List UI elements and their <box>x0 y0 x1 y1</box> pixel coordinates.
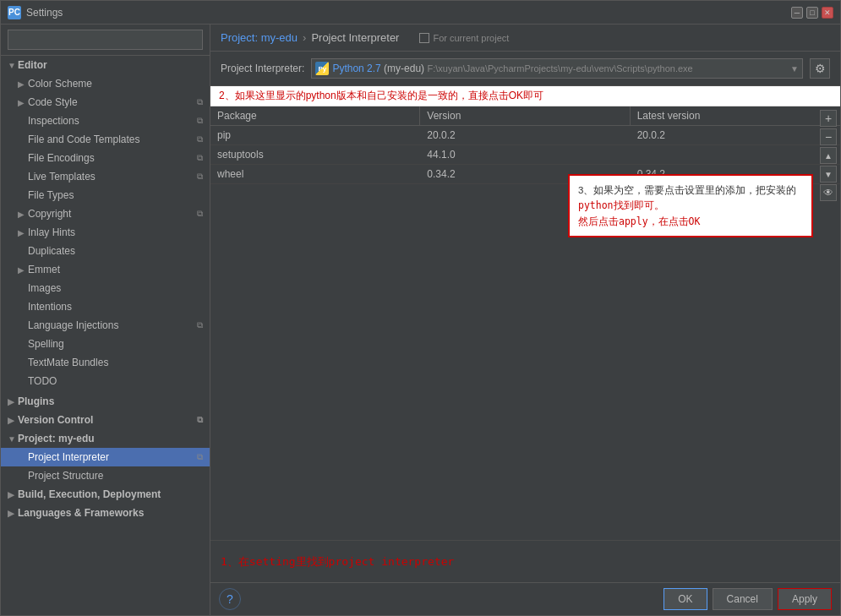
version-control-section[interactable]: ▶ Version Control ⧉ <box>1 411 210 429</box>
window-title: Settings <box>26 7 791 19</box>
sidebar-item-language-injections[interactable]: Language Injections ⧉ <box>1 316 210 335</box>
close-button[interactable]: ✕ <box>822 7 833 19</box>
no-arrow <box>18 303 28 312</box>
no-arrow <box>18 358 28 368</box>
expand-icon: ▶ <box>8 509 18 518</box>
chevron-right-icon: ▶ <box>18 98 28 107</box>
empty-area <box>210 333 840 540</box>
expand-icon: ▶ <box>8 397 18 406</box>
sidebar-item-file-types[interactable]: File Types <box>1 186 210 204</box>
no-arrow <box>18 321 28 330</box>
search-input[interactable] <box>8 30 203 50</box>
sidebar-item-file-and-code-templates[interactable]: File and Code Templates ⧉ <box>1 130 210 149</box>
scroll-up-button[interactable]: ▲ <box>820 147 837 164</box>
no-arrow <box>18 191 28 200</box>
table-header: Package Version Latest version <box>210 106 840 126</box>
no-arrow <box>18 247 28 256</box>
cell-package: wheel <box>210 165 420 183</box>
apply-button[interactable]: Apply <box>778 588 832 610</box>
sidebar-item-inlay-hints[interactable]: ▶ Inlay Hints <box>1 223 210 242</box>
sidebar-item-live-templates[interactable]: Live Templates ⧉ <box>1 167 210 186</box>
sidebar-item-inspections[interactable]: Inspections ⧉ <box>1 112 210 130</box>
sidebar-item-label: Project Structure <box>28 470 103 482</box>
sidebar-item-code-style[interactable]: ▶ Code Style ⧉ <box>1 93 210 112</box>
sidebar-item-color-scheme[interactable]: ▶ Color Scheme <box>1 74 210 93</box>
col-latest: Latest version <box>631 106 840 125</box>
table-row[interactable]: setuptools 44.1.0 <box>210 145 840 165</box>
version-control-label: Version Control <box>18 414 93 426</box>
sidebar-item-label: File and Code Templates <box>28 134 140 145</box>
title-bar: PC Settings ─ □ ✕ <box>1 1 840 25</box>
sidebar-item-label: TODO <box>28 375 57 387</box>
step1-section: 1、在setting里找到project interpreter <box>210 540 840 582</box>
plugins-section: ▶ Plugins <box>1 392 210 411</box>
add-package-button[interactable]: + <box>820 110 837 127</box>
interpreter-dropdown[interactable]: Py Python 2.7 (my-edu) F:\xuyan\Java\Pyc… <box>311 58 803 79</box>
sidebar-item-copyright[interactable]: ▶ Copyright ⧉ <box>1 204 210 223</box>
sidebar-item-label: Copyright <box>28 208 71 220</box>
scroll-down-button[interactable]: ▼ <box>820 166 837 183</box>
interpreter-section: Project Interpreter: Py Python 2.7 (my-e… <box>210 52 840 86</box>
sidebar-item-label: Language Injections <box>28 319 118 331</box>
sidebar-item-label: Inlay Hints <box>28 226 75 238</box>
sidebar-item-textmate-bundles[interactable]: TextMate Bundles <box>1 353 210 372</box>
sidebar-item-label: TextMate Bundles <box>28 357 108 368</box>
for-project-label: For current project <box>433 33 509 43</box>
build-section[interactable]: ▶ Build, Execution, Deployment <box>1 485 210 504</box>
dialog-content: ▼ Editor ▶ Color Scheme ▶ Code Style ⧉ I… <box>1 25 840 615</box>
note-line2: python找到即可。 <box>578 199 664 211</box>
ok-button[interactable]: OK <box>664 588 707 610</box>
col-version: Version <box>420 106 630 125</box>
search-box <box>1 25 210 56</box>
col-package: Package <box>210 106 420 125</box>
sidebar-item-intentions[interactable]: Intentions <box>1 297 210 316</box>
sidebar-item-duplicates[interactable]: Duplicates <box>1 242 210 260</box>
table-row[interactable]: pip 20.0.2 20.0.2 <box>210 126 840 145</box>
gear-button[interactable]: ⚙ <box>810 58 830 79</box>
sidebar-item-project-interpreter[interactable]: Project Interpreter ⧉ <box>1 448 210 466</box>
breadcrumb-current: Project Interpreter <box>311 31 399 44</box>
breadcrumb-separator: › <box>303 31 306 44</box>
copy-icon: ⧉ <box>197 172 203 182</box>
sidebar-tree: ▼ Editor ▶ Color Scheme ▶ Code Style ⧉ I… <box>1 56 210 615</box>
eye-button[interactable]: 👁 <box>820 184 837 201</box>
minimize-button[interactable]: ─ <box>791 7 803 19</box>
breadcrumb: Project: my-edu › Project Interpreter Fo… <box>210 25 840 52</box>
help-button[interactable]: ? <box>219 588 241 610</box>
cancel-button[interactable]: Cancel <box>713 588 773 610</box>
sidebar-item-label: Live Templates <box>28 171 96 183</box>
sidebar-item-spelling[interactable]: Spelling <box>1 335 210 353</box>
annotation-note-box: 3、如果为空，需要点击设置里的添加，把安装的 python找到即可。 然后点击a… <box>568 174 813 237</box>
build-label: Build, Execution, Deployment <box>18 488 161 500</box>
sidebar-item-label: File Encodings <box>28 152 95 164</box>
sidebar-item-images[interactable]: Images <box>1 279 210 297</box>
checkbox-icon <box>419 33 429 43</box>
interpreter-python-label: Python 2.7 (my-edu) F:\xuyan\Java\Pychar… <box>332 63 787 74</box>
sidebar-item-label: File Types <box>28 189 74 201</box>
sidebar-item-emmet[interactable]: ▶ Emmet <box>1 260 210 279</box>
sidebar-item-label: Spelling <box>28 338 64 350</box>
window-controls: ─ □ ✕ <box>791 7 833 19</box>
sidebar-item-project-structure[interactable]: Project Structure <box>1 466 210 485</box>
copy-icon: ⧉ <box>197 320 203 330</box>
project-section[interactable]: ▼ Project: my-edu <box>1 429 210 448</box>
remove-package-button[interactable]: − <box>820 128 837 145</box>
copy-icon: ⧉ <box>197 134 203 144</box>
no-arrow <box>18 284 28 293</box>
for-current-project: For current project <box>419 33 509 43</box>
cell-package: pip <box>210 126 420 144</box>
sidebar-item-file-encodings[interactable]: File Encodings ⧉ <box>1 149 210 167</box>
maximize-button[interactable]: □ <box>806 7 818 19</box>
copy-icon: ⧉ <box>197 209 203 219</box>
chevron-right-icon: ▶ <box>18 228 28 237</box>
copy-icon: ⧉ <box>197 452 203 462</box>
annotation2-text: 2、如果这里显示的python版本和自己安装的是一致的，直接点击OK即可 <box>219 90 543 101</box>
copy-icon: ⧉ <box>197 116 203 126</box>
sidebar-item-todo[interactable]: TODO <box>1 372 210 390</box>
sidebar: ▼ Editor ▶ Color Scheme ▶ Code Style ⧉ I… <box>1 25 210 615</box>
cell-version: 44.1.0 <box>420 145 630 164</box>
chevron-right-icon: ▶ <box>18 265 28 275</box>
languages-section[interactable]: ▶ Languages & Frameworks <box>1 504 210 522</box>
annotation-bar-2: 2、如果这里显示的python版本和自己安装的是一致的，直接点击OK即可 <box>210 86 840 106</box>
dropdown-arrow-icon: ▼ <box>790 64 799 74</box>
